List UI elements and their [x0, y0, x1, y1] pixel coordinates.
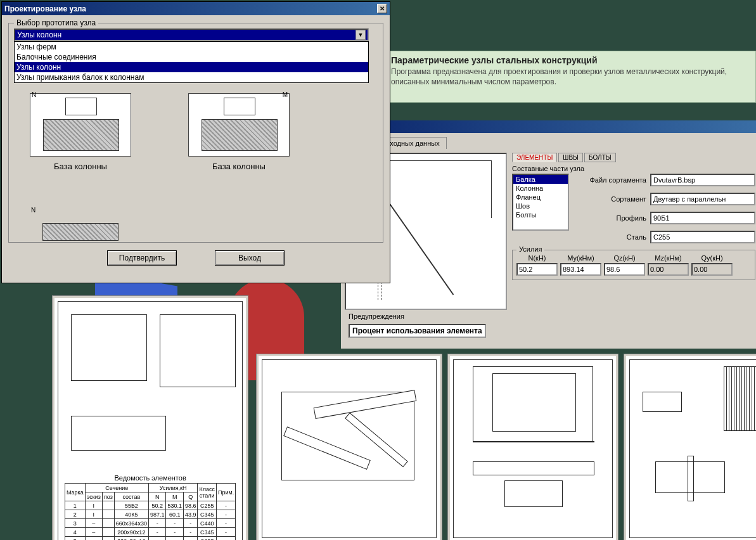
drawing-sheet-2 [256, 354, 442, 540]
thumb-force-n: N [31, 207, 35, 214]
usage-percent-label: Процент использования элемента [349, 324, 486, 338]
prototype-dropdown-list[interactable]: Узлы ферм Балочные соединения Узлы колон… [14, 41, 369, 83]
part-item-column[interactable]: Колонна [513, 184, 568, 193]
banner-text: Программа предназначена для проектирован… [391, 67, 750, 87]
profile-label: Профиль [574, 214, 646, 222]
close-icon[interactable]: ✕ [377, 4, 387, 13]
mini-tab-welds[interactable]: ШВЫ [558, 153, 583, 162]
drawing-sheet-4 [624, 354, 756, 540]
th-klass: Класс стали [198, 484, 217, 501]
dropdown-item-truss[interactable]: Узлы ферм [15, 42, 368, 52]
prototype-thumb-2[interactable]: M База колонны [172, 93, 305, 171]
dropdown-item-beam-conn[interactable]: Балочные соединения [15, 52, 368, 62]
prototype-group-label: Выбор прототипа узла [14, 18, 98, 27]
force-label-qz: Qz(кН) [604, 254, 645, 262]
force-label-n: N(кН) [516, 254, 558, 262]
forces-group-label: Усилия [516, 245, 544, 253]
parts-label: Составные части узла [512, 165, 755, 172]
exit-button[interactable]: Выход [215, 250, 285, 266]
th-sostav: состав [114, 492, 148, 501]
mini-tab-elements[interactable]: ЭЛЕМЕНТЫ [512, 153, 557, 162]
elements-table: Ведомость элементов Марка Сечение Усилия… [65, 473, 236, 540]
table-title: Ведомость элементов [65, 473, 236, 483]
file-label: Файл сортамента [574, 176, 646, 184]
thumb-force-n: N [32, 91, 36, 98]
thumb-force-m: M [283, 91, 288, 98]
dropdown-item-columns[interactable]: Узлы колонн [15, 62, 368, 72]
force-input-mz[interactable] [648, 263, 689, 276]
properties-window: Свойства Задание исходных данных Предупр… [341, 120, 756, 349]
sortament-input[interactable] [650, 193, 755, 205]
th-sketch: эскиз [85, 492, 102, 501]
steel-label: Сталь [574, 233, 646, 241]
sketch-column-base-elev [473, 366, 593, 442]
profile-input[interactable] [650, 212, 755, 224]
th-m: M [166, 492, 184, 501]
table-row: 3–660x364x30---С440- [65, 519, 236, 528]
th-marka: Марка [65, 484, 86, 501]
file-input[interactable] [650, 174, 755, 186]
table-row: 5–330x50x16---С255- [65, 537, 236, 541]
part-item-weld[interactable]: Шов [513, 202, 568, 210]
th-prim: Прим. [216, 484, 235, 501]
properties-title: Свойства [341, 120, 756, 133]
confirm-button[interactable]: Подтвердить [107, 250, 177, 266]
prototype-thumb-3-partial[interactable]: N [14, 196, 147, 235]
part-item-bolts[interactable]: Болты [513, 210, 568, 219]
sketch-section [160, 314, 236, 387]
table-row: 1I55Б250.2530.198.6С255- [65, 501, 236, 510]
sketch-beam-column-conn [643, 366, 756, 436]
prototype-thumb-1[interactable]: N База колонны [14, 93, 147, 171]
dropdown-item-beam-to-col[interactable]: Узлы примыкания балок к колоннам [15, 72, 368, 82]
thumb-image: M [188, 93, 290, 157]
design-title: Проектирование узла [4, 4, 86, 13]
combo-selected-text: Узлы колонн [17, 30, 61, 39]
thumb-image: N [30, 93, 131, 157]
th-n: N [148, 492, 166, 501]
force-input-qy[interactable] [691, 263, 733, 276]
sketch-truss-node [281, 392, 414, 480]
sketch-column-join [71, 314, 147, 381]
prototype-combobox[interactable]: Узлы колонн ▼ [14, 29, 369, 41]
sketch-column-base-plan [473, 455, 593, 525]
sortament-label: Сортамент [574, 195, 646, 203]
drawing-sheet-3 [447, 354, 618, 540]
force-input-my[interactable] [560, 263, 601, 276]
thumb-caption-1: База колонны [14, 162, 147, 171]
design-window: Проектирование узла ✕ Выбор прототипа уз… [1, 1, 390, 283]
chevron-down-icon[interactable]: ▼ [356, 30, 366, 40]
drawing-sheet-1: Ведомость элементов Марка Сечение Усилия… [52, 295, 248, 540]
th-section: Сечение [85, 484, 148, 492]
th-poz: поз [102, 492, 114, 501]
force-input-n[interactable] [516, 263, 558, 276]
force-label-qy: Qy(кН) [691, 254, 733, 262]
force-input-qz[interactable] [604, 263, 645, 276]
info-banner: Параметрические узлы стальных конструкци… [362, 51, 756, 103]
force-label-my: My(кНм) [560, 254, 601, 262]
banner-title: Параметрические узлы стальных конструкци… [391, 55, 750, 65]
force-label-mz: Mz(кНм) [648, 254, 689, 262]
thumb-image-partial: N [30, 209, 131, 235]
sketch-splice [655, 461, 725, 493]
table-row: 2I40К5987.160.143.9С345- [65, 510, 236, 519]
part-item-beam[interactable]: Балка [513, 175, 568, 184]
th-q: Q [183, 492, 198, 501]
warnings-label: Предупреждения [349, 312, 503, 320]
table-row: 4–200x90x12---С345- [65, 528, 236, 537]
parts-listbox[interactable]: Балка Колонна Фланец Шов Болты [512, 174, 569, 231]
sketch-detail [71, 416, 166, 451]
thumb-caption-2: База колонны [172, 162, 305, 171]
mini-tab-bolts[interactable]: БОЛТЫ [584, 153, 616, 162]
part-item-flange[interactable]: Фланец [513, 193, 568, 202]
steel-input[interactable] [650, 231, 755, 243]
th-forces: Усилия,кН [148, 484, 198, 492]
forces-group: Усилия N(кН) My(кНм) Qz(кН) Mz(кНм) Qy(к… [512, 250, 755, 280]
